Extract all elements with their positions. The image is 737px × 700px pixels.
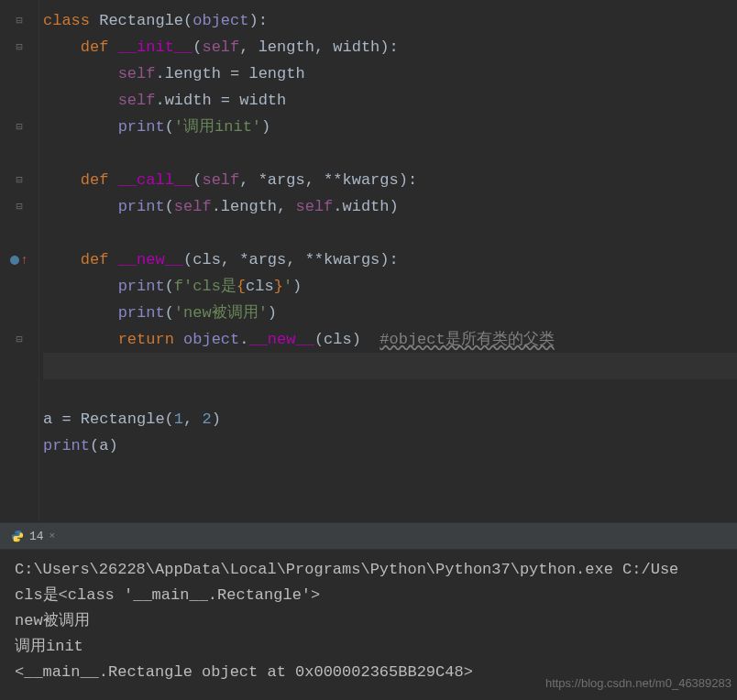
code-line[interactable] (43, 140, 737, 167)
code-line[interactable]: self.length = length (43, 60, 737, 87)
code-editor[interactable]: ⊟ ⊟ ⊟ ⊟ ⊟ ↑ ⊟ class Rectangle(object): d… (0, 0, 737, 522)
terminal-line: 调用init (15, 634, 722, 660)
code-line[interactable]: return object.__new__(cls) #object是所有类的父… (43, 326, 737, 353)
code-line-current[interactable] (43, 353, 737, 379)
terminal-line: cls是<class '__main__.Rectangle'> (15, 583, 722, 608)
run-tab[interactable]: 14 × (4, 525, 62, 547)
code-line[interactable]: def __init__(self, length, width): (43, 34, 737, 60)
fold-end-icon[interactable]: ⊟ (0, 114, 38, 140)
terminal-output[interactable]: C:\Users\26228\AppData\Local\Programs\Py… (0, 550, 737, 700)
run-toolbar: 14 × (0, 522, 737, 550)
code-line[interactable]: a = Rectangle(1, 2) (43, 406, 737, 432)
code-line[interactable]: def __call__(self, *args, **kwargs): (43, 167, 737, 193)
terminal-line: new被调用 (15, 608, 722, 634)
code-line[interactable]: print('调用init') (43, 114, 737, 140)
code-line[interactable]: def __new__(cls, *args, **kwargs): (43, 246, 737, 273)
fold-icon[interactable]: ⊟ (0, 167, 38, 193)
close-icon[interactable]: × (50, 530, 56, 541)
code-line[interactable]: print(self.length, self.width) (43, 193, 737, 220)
editor-gutter: ⊟ ⊟ ⊟ ⊟ ⊟ ↑ ⊟ (0, 0, 38, 522)
python-icon (11, 530, 24, 542)
override-icon[interactable]: ↑ (0, 246, 38, 273)
code-content[interactable]: class Rectangle(object): def __init__(se… (38, 0, 737, 522)
code-line[interactable]: self.width = width (43, 87, 737, 114)
fold-end-icon[interactable]: ⊟ (0, 326, 38, 353)
code-line[interactable]: class Rectangle(object): (43, 7, 737, 34)
fold-end-icon[interactable]: ⊟ (0, 193, 38, 220)
fold-icon[interactable]: ⊟ (0, 7, 38, 34)
code-line[interactable] (43, 220, 737, 246)
code-line[interactable]: print(f'cls是{cls}') (43, 273, 737, 300)
tab-label: 14 (29, 530, 44, 543)
fold-icon[interactable]: ⊟ (0, 34, 38, 60)
code-line[interactable]: print(a) (43, 432, 737, 459)
code-line[interactable]: print('new被调用') (43, 300, 737, 326)
watermark-text: https://blog.csdn.net/m0_46389283 (545, 671, 732, 696)
code-line[interactable] (43, 379, 737, 406)
terminal-line: C:\Users\26228\AppData\Local\Programs\Py… (15, 557, 722, 583)
